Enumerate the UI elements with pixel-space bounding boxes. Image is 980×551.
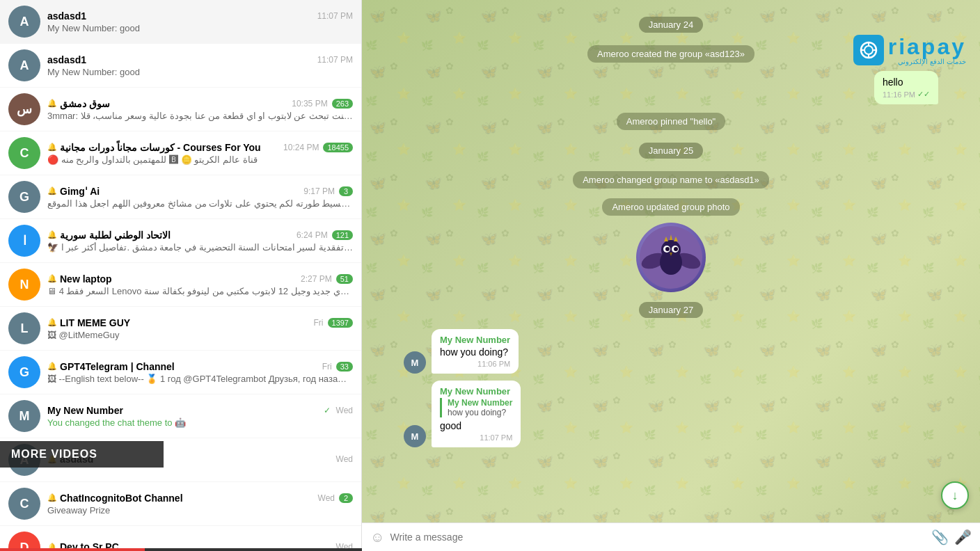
avatar: L — [8, 312, 40, 344]
chat-item-pinned[interactable]: A asdasd1 11:07 PM My New Number: good — [0, 0, 361, 44]
speaker-icon: 🔔 — [47, 318, 57, 327]
chat-preview: 🖼 --English text below-- 🏅 1 год @GPT4Te… — [47, 374, 353, 384]
group-photo-bubble — [636, 223, 706, 292]
chat-preview: 3mmar: إذا كنت تبحث عن لابتوب او اي قطعة… — [47, 111, 353, 121]
chat-time: Wed — [336, 454, 353, 464]
chat-item-asdasd1[interactable]: A asdasd1 11:07 PM My New Number: good — [0, 44, 361, 88]
scroll-down-button[interactable]: ↓ — [941, 481, 969, 509]
avatar: ا — [8, 225, 40, 257]
riapay-name: riapay — [888, 35, 966, 58]
chat-preview: 🖥 السعر فقط 4 Lenovo اشتري جديد وجيل 12 … — [47, 286, 353, 296]
speaker-icon: 🔔 — [47, 143, 57, 152]
bubble-row-good: M My New Number My New Number how you do… — [404, 381, 938, 447]
chat-preview: My New Number: good — [47, 23, 353, 33]
chat-name: 🔔 سوق دمشق — [47, 98, 110, 109]
chat-name: 🔔 كورسات مجاناً دورات مجانية - Courses F… — [47, 142, 261, 153]
date-pill-jan25: January 25 — [639, 143, 703, 159]
chat-item-lit-meme-guy[interactable]: L 🔔 LIT MEME GUY Fri1397 🖼 @LitMemeGuy — [0, 307, 361, 351]
chat-info: 🔔 GPT4Telegram | Channel Fri33 🖼 --Engli… — [47, 361, 353, 384]
more-videos-overlay[interactable]: MORE VIDEOS — [0, 441, 164, 468]
avatar: M — [8, 400, 40, 432]
chat-time: Fri — [322, 362, 332, 372]
chat-time: 11:07 PM — [317, 11, 353, 21]
chat-preview: Giveaway Prize — [47, 505, 353, 516]
reply-name: My New Number — [448, 398, 512, 408]
chat-name: asdasd1 — [47, 54, 86, 65]
avatar: G — [8, 356, 40, 388]
chat-preview: 🦅 جولة تفقدية لسير امتحانات السنة التحضي… — [47, 242, 353, 253]
bubble-howdoing: My New Number how you doing? 11:06 PM — [432, 329, 519, 374]
chat-item-chatincognitobot[interactable]: C 🔔 ChatIncognitoBot Channel Wed2 Giveaw… — [0, 482, 361, 526]
bubble-text: hello — [883, 77, 930, 88]
emoji-icon[interactable]: ☺ — [370, 529, 384, 545]
bubble-row-howdoing: M My New Number how you doing? 11:06 PM — [404, 329, 938, 374]
date-pill-jan27: January 27 — [639, 302, 703, 318]
svg-point-6 — [864, 46, 873, 54]
speaker-icon: 🔔 — [47, 230, 57, 239]
avatar: G — [8, 181, 40, 213]
chat-item-dev-to-sr-pc[interactable]: D 🔔 Dev to Sr PC Wed — [0, 526, 361, 551]
chat-time: Wed — [336, 406, 353, 415]
chat-time: Wed — [318, 493, 335, 503]
riapay-logo: riapay خدمات الدفع الإلكتروني — [853, 35, 966, 65]
badge: 121 — [332, 230, 353, 240]
speaker-icon: 🔔 — [47, 362, 57, 371]
chat-info: 🔔 الاتحاد الوطني لطلبة سورية 6:24 PM121 … — [47, 230, 353, 253]
chat-name: 🔔 LIT MEME GUY — [47, 317, 130, 328]
chat-info: My New Number ✓Wed You changed the chat … — [47, 405, 353, 428]
badge: 2 — [339, 493, 353, 503]
chat-item-my-new-number[interactable]: M My New Number ✓Wed You changed the cha… — [0, 394, 361, 438]
chat-item-gimgai[interactable]: G 🔔 Gimgˈ Ai 9:17 PM3 موقع بسيط طورته لك… — [0, 175, 361, 219]
chat-info: 🔔 Gimgˈ Ai 9:17 PM3 موقع بسيط طورته لكم … — [47, 186, 353, 209]
bubble-time: 11:16 PM ✓✓ — [883, 90, 930, 99]
group-photo-img — [636, 223, 706, 292]
chat-list: A asdasd1 11:07 PM My New Number: good س… — [0, 44, 361, 551]
bubble-text: good — [440, 420, 512, 431]
chat-name: 🔔 الاتحاد الوطني لطلبة سورية — [47, 230, 171, 241]
video-progress-bar[interactable] — [0, 548, 362, 551]
check-icon: ✓ — [324, 406, 331, 415]
avatar: A — [8, 49, 40, 81]
attach-icon[interactable]: 📎 — [931, 529, 949, 545]
chat-time: 2:27 PM — [301, 274, 332, 284]
chat-name: 🔔 ChatIncognitoBot Channel — [47, 493, 183, 504]
avatar: A — [8, 6, 40, 38]
chat-preview: 🖼 @LitMemeGuy — [47, 330, 353, 340]
chat-time: 11:07 PM — [317, 55, 353, 65]
bubble-text: how you doing? — [440, 346, 510, 358]
bubble-row-hello: hello 11:16 PM ✓✓ — [404, 71, 938, 104]
chat-item-souq-damascus[interactable]: س 🔔 سوق دمشق 10:35 PM263 3mmar: إذا كنت … — [0, 88, 361, 131]
chat-item-courses-for-you[interactable]: C 🔔 كورسات مجاناً دورات مجانية - Courses… — [0, 131, 361, 175]
chat-info: 🔔 كورسات مجاناً دورات مجانية - Courses F… — [47, 142, 353, 165]
chat-name: 🔔 New laptop — [47, 273, 112, 285]
chat-name: 🔔 Gimgˈ Ai — [47, 186, 100, 197]
riapay-subtitle: خدمات الدفع الإلكتروني — [888, 58, 966, 65]
chat-item-new-laptop[interactable]: N 🔔 New laptop 2:27 PM51 🖥 السعر فقط 4 L… — [0, 263, 361, 307]
message-input[interactable] — [390, 529, 926, 545]
reply-text: how you doing? — [448, 408, 512, 417]
chat-preview: You changed the chat theme to 🤖 — [47, 417, 353, 428]
badge: 1397 — [328, 318, 353, 328]
system-msg-pinned: Ameroo pinned "hello" — [617, 113, 725, 130]
speaker-icon: 🔔 — [47, 186, 57, 195]
chat-info: 🔔 ChatIncognitoBot Channel Wed2 Giveaway… — [47, 493, 353, 516]
sidebar: A asdasd1 11:07 PM My New Number: good A… — [0, 0, 362, 551]
chat-item-gpt4telegram[interactable]: G 🔔 GPT4Telegram | Channel Fri33 🖼 --Eng… — [0, 351, 361, 394]
badge: 3 — [339, 186, 353, 196]
bubble-time: 11:06 PM — [440, 360, 510, 368]
messages-area: January 24 Ameroo created the group «asd… — [362, 0, 980, 522]
chat-preview: 🔴 للمهتمين بالتداول والربح منه 🅱 🪙 قناة … — [47, 154, 353, 165]
chat-time: 10:35 PM — [292, 99, 327, 109]
chat-time: 9:17 PM — [303, 186, 335, 196]
avatar: س — [8, 93, 40, 125]
avatar: C — [8, 488, 40, 520]
badge: 18455 — [323, 143, 353, 152]
chat-item-national-union[interactable]: ا 🔔 الاتحاد الوطني لطلبة سورية 6:24 PM12… — [0, 219, 361, 263]
progress-bar-fill — [0, 548, 145, 551]
mic-icon[interactable]: 🎤 — [954, 529, 972, 545]
sender-name-2: My New Number — [440, 386, 512, 397]
riapay-icon — [853, 35, 884, 65]
chat-info: asdasd1 11:07 PM My New Number: good — [47, 54, 353, 77]
chat-name: asdasd1 — [47, 10, 86, 22]
chat-info: 🔔 سوق دمشق 10:35 PM263 3mmar: إذا كنت تب… — [47, 98, 353, 121]
